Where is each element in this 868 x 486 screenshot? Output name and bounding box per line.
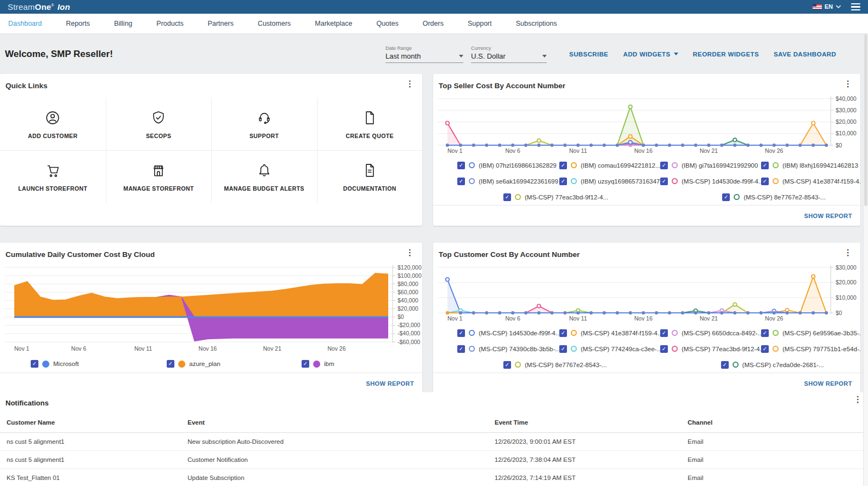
date-range-select[interactable]: Date Range Last month [385, 45, 463, 63]
legend-item[interactable]: ✓(IBM) uzsyq1698657316347 [559, 178, 660, 185]
legend-checkbox-checked[interactable]: ✓ [457, 329, 465, 337]
legend-item[interactable]: ✓Microsoft [31, 360, 167, 368]
nav-item-products[interactable]: Products [156, 20, 183, 27]
save-dashboard-button[interactable]: SAVE DASHBOARD [774, 51, 836, 58]
main-nav: DashboardReportsBillingProductsPartnersC… [0, 14, 868, 34]
legend-checkbox-checked[interactable]: ✓ [721, 361, 729, 369]
legend-checkbox-checked[interactable]: ✓ [660, 329, 668, 337]
legend-checkbox-checked[interactable]: ✓ [761, 329, 769, 337]
legend-checkbox-checked[interactable]: ✓ [559, 162, 567, 169]
legend-checkbox-checked[interactable]: ✓ [660, 162, 668, 169]
legend-item[interactable]: ✓(MS-CSP) 41e3874f-f159-4... [761, 178, 860, 185]
quick-link-add-customer[interactable]: ADD CUSTOMER [0, 98, 106, 150]
legend-item[interactable]: ✓(IBM) gi7ta1699421992900 [660, 162, 761, 169]
page-scrollbar[interactable] [863, 34, 868, 486]
legend-checkbox-checked[interactable]: ✓ [457, 345, 465, 353]
legend-item[interactable]: ✓(MS-CSP) 774249ca-c3ee-... [559, 345, 660, 353]
legend-checkbox-checked[interactable]: ✓ [660, 345, 668, 353]
quick-link-manage-storefront[interactable]: MANAGE STOREFRONT [106, 150, 212, 203]
legend-item[interactable]: ✓(MS-CSP) 74390c8b-3b5b-... [457, 345, 559, 353]
nav-item-support[interactable]: Support [468, 20, 492, 27]
legend-checkbox-checked[interactable]: ✓ [559, 178, 567, 185]
legend-item[interactable]: ✓(MS-CSP) 8e7767e2-8543-... [503, 361, 607, 369]
brand-ion: Ion [58, 2, 70, 12]
legend-item[interactable]: ✓ibm [302, 360, 422, 368]
nav-item-customers[interactable]: Customers [258, 20, 291, 27]
kebab-menu-icon[interactable]: ⋮ [841, 79, 855, 89]
legend-item[interactable]: ✓(MS-CSP) 77eac3bd-9f12-4... [503, 193, 608, 201]
nav-item-orders[interactable]: Orders [423, 20, 444, 27]
legend-checkbox-checked[interactable]: ✓ [761, 345, 769, 353]
legend-checkbox-checked[interactable]: ✓ [761, 178, 769, 185]
svg-text:-$20,000: -$20,000 [398, 322, 421, 328]
kebab-menu-icon[interactable]: ⋮ [403, 79, 417, 89]
show-report-link[interactable]: SHOW REPORT [804, 380, 852, 387]
legend-checkbox-checked[interactable]: ✓ [31, 360, 38, 368]
legend-item[interactable]: ✓(MS-CSP) 6e9596ae-3b35-... [761, 329, 860, 337]
legend-item[interactable]: ✓(MS-CSP) c7eda0de-2681-... [721, 361, 824, 369]
kebab-menu-icon[interactable]: ⋮ [841, 248, 855, 258]
series-color-marker [733, 362, 739, 368]
legend-item[interactable]: ✓(MS-CSP) 1d4530de-f99f-4... [457, 329, 559, 337]
quick-link-launch-storefront[interactable]: LAUNCH STOREFRONT [0, 150, 106, 203]
nav-item-billing[interactable]: Billing [114, 20, 132, 27]
legend-item[interactable]: ✓(MS-CSP) 1d4530de-f99f-4... [660, 178, 761, 185]
legend-item[interactable]: ✓azure_plan [167, 360, 302, 368]
nav-item-subscriptions[interactable]: Subscriptions [516, 20, 557, 27]
legend-checkbox-checked[interactable]: ✓ [457, 178, 465, 185]
legend-label: (IBM) gi7ta1699421992900 [682, 162, 758, 169]
nav-item-quotes[interactable]: Quotes [376, 20, 398, 27]
top-customer-chart: $0$10,000$20,000$30,000Nov 1Nov 6Nov 11N… [433, 262, 860, 323]
subscribe-button[interactable]: SUBSCRIBE [569, 51, 608, 58]
series-color-marker [571, 330, 577, 336]
kebab-menu-icon[interactable]: ⋮ [403, 248, 417, 258]
quick-link-manage-budget-alerts[interactable]: MANAGE BUDGET ALERTS [211, 150, 317, 203]
scrollbar-thumb[interactable] [864, 34, 867, 206]
hamburger-menu-icon[interactable] [850, 2, 861, 12]
legend-checkbox-checked[interactable]: ✓ [457, 162, 465, 169]
brand-one: One [35, 2, 52, 12]
currency-select[interactable]: Currency U.S. Dollar [471, 45, 547, 63]
legend-item[interactable]: ✓(MS-CSP) 77eac3bd-9f12-4... [660, 345, 761, 353]
language-selector[interactable]: EN [813, 3, 841, 10]
legend-item[interactable]: ✓(MS-CSP) 6650dcca-8492-... [660, 329, 761, 337]
column-header: Event [181, 413, 488, 433]
show-report-link[interactable]: SHOW REPORT [366, 380, 414, 387]
legend-checkbox-checked[interactable]: ✓ [559, 329, 567, 337]
legend-checkbox-checked[interactable]: ✓ [722, 193, 730, 201]
quick-link-documentation[interactable]: DOCUMENTATION [317, 150, 423, 203]
legend-item[interactable]: ✓(IBM) comau16994221812... [559, 162, 660, 169]
legend-item[interactable]: ✓(IBM) se6ak1699422361699 [457, 178, 559, 185]
currency-label: Currency [471, 45, 547, 51]
legend-checkbox-checked[interactable]: ✓ [660, 178, 668, 185]
svg-text:Nov 26: Nov 26 [765, 147, 783, 154]
legend-checkbox-checked[interactable]: ✓ [167, 360, 174, 368]
nav-item-reports[interactable]: Reports [66, 20, 90, 27]
widget-title: Cumulative Daily Customer Cost By Cloud [0, 243, 422, 259]
legend-item[interactable]: ✓(MS-CSP) 41e3874f-f159-4... [559, 329, 660, 337]
legend-checkbox-checked[interactable]: ✓ [761, 162, 769, 169]
legend-item[interactable]: ✓(MS-CSP) 8e7767e2-8543-... [722, 193, 826, 201]
legend-item[interactable]: ✓(IBM) l8xhj1699421462813 [761, 162, 860, 169]
reorder-widgets-button[interactable]: REORDER WIDGETS [693, 51, 759, 58]
nav-item-partners[interactable]: Partners [208, 20, 234, 27]
legend-label: (MS-CSP) 6650dcca-8492-... [682, 330, 763, 336]
legend-checkbox-checked[interactable]: ✓ [559, 345, 567, 353]
support-headset-icon [256, 109, 273, 127]
legend-label: (MS-CSP) 797751b1-e54d-... [782, 346, 860, 352]
legend-label: (MS-CSP) 74390c8b-3b5b-... [479, 346, 560, 352]
legend-item[interactable]: ✓(MS-CSP) 797751b1-e54d-... [761, 345, 860, 353]
add-widgets-button[interactable]: ADD WIDGETS [623, 51, 678, 58]
widget-title: Quick Links [0, 74, 422, 90]
quick-link-secops[interactable]: SECOPS [106, 98, 212, 150]
legend-checkbox-checked[interactable]: ✓ [302, 360, 309, 368]
quick-link-create-quote[interactable]: CREATE QUOTE [317, 98, 423, 150]
legend-checkbox-checked[interactable]: ✓ [503, 193, 511, 201]
show-report-link[interactable]: SHOW REPORT [804, 213, 852, 219]
nav-item-dashboard[interactable]: Dashboard [8, 20, 42, 27]
nav-item-marketplace[interactable]: Marketplace [315, 20, 352, 27]
quick-link-support[interactable]: SUPPORT [211, 98, 317, 150]
legend-checkbox-checked[interactable]: ✓ [503, 361, 511, 369]
legend-label: (MS-CSP) 1d4530de-f99f-4... [479, 330, 561, 336]
legend-item[interactable]: ✓(IBM) 07hzl1698661362829 [457, 162, 559, 169]
